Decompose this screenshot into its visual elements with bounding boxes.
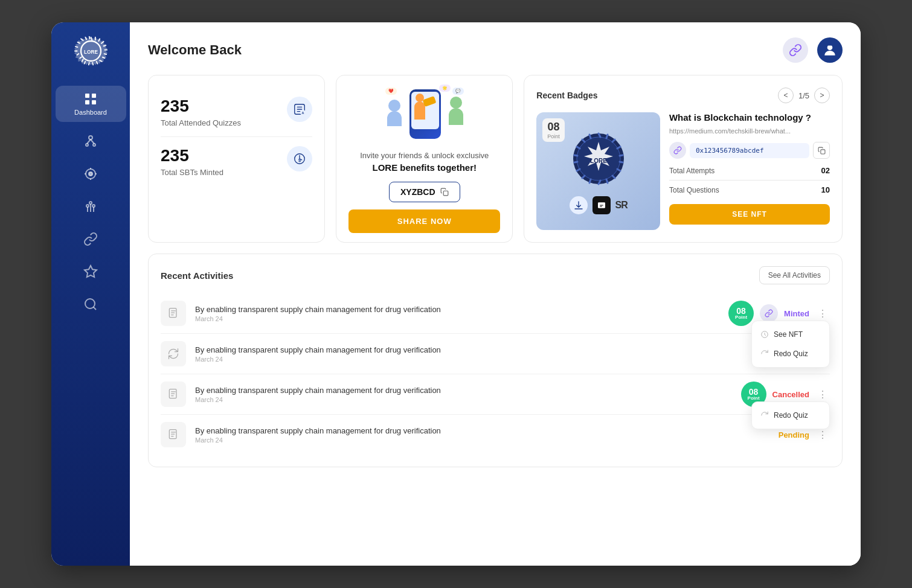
svg-line-8 [87, 139, 91, 144]
sidebar-item-dashboard[interactable]: Dashboard [56, 86, 126, 122]
activity-right-1: 08 Point Minted ⋮ [728, 301, 830, 326]
copy-icon-sm [818, 147, 826, 155]
dropdown-see-nft-1[interactable]: See NFT [752, 325, 829, 344]
activity-row: By enabling transparent supply chain man… [161, 293, 830, 334]
see-nft-button[interactable]: SEE NFT [669, 204, 830, 225]
svg-rect-24 [443, 191, 448, 196]
activity-content-1: By enabling transparent supply chain man… [195, 305, 719, 322]
activity-content-3: By enabling transparent supply chain man… [195, 386, 732, 403]
sbts-stat-block: $ 235 Total SBTs Minted [161, 136, 312, 186]
quiz-icon: A [287, 97, 312, 122]
activity-icon-3 [161, 382, 186, 407]
badge-address-row [669, 142, 830, 159]
redo-icon-3 [760, 411, 769, 420]
black-logo [592, 196, 611, 214]
badge-section-title: Recent Badges [536, 91, 597, 100]
copy-icon [440, 188, 449, 196]
activity-icon-2 [161, 341, 186, 366]
total-questions-label: Total Questions [669, 186, 719, 194]
svg-rect-18 [827, 43, 833, 45]
badge-card-header: Recent Badges < 1/5 > [536, 88, 830, 103]
svg-rect-3 [85, 100, 89, 104]
activity-row: By enabling transparent supply chain man… [161, 415, 830, 455]
badge-stats-area: Total Attempts 02 Total Questions 10 [669, 166, 830, 194]
header: Welcome Back [148, 37, 843, 63]
badge-address-input[interactable] [690, 143, 809, 158]
activity-text-2: By enabling transparent supply chain man… [195, 345, 774, 354]
activity-text-4: By enabling transparent supply chain man… [195, 426, 769, 435]
activity-menu-button-3[interactable]: ⋮ [815, 387, 830, 401]
sidebar-logo: LORE [74, 34, 108, 68]
svg-point-11 [89, 172, 92, 176]
dropdown-redo-quiz-3[interactable]: Redo Quiz [752, 406, 829, 425]
activity-text-1: By enabling transparent supply chain man… [195, 305, 719, 314]
chain-link-button[interactable] [783, 37, 808, 63]
badge-prev-button[interactable]: < [778, 88, 794, 103]
svg-point-7 [93, 144, 95, 146]
document-icon-2 [167, 388, 179, 400]
sidebar-item-leaderboard[interactable] [56, 193, 126, 220]
activity-chain-icon-1 [760, 304, 778, 322]
chain-icon [669, 142, 686, 159]
total-questions-value: 10 [821, 185, 830, 194]
svg-line-16 [94, 307, 96, 310]
svg-point-5 [89, 136, 92, 139]
svg-text:LORE: LORE [590, 158, 607, 164]
sbts-label: Total SBTs Minted [161, 168, 312, 177]
total-attempts-label: Total Attempts [669, 167, 715, 175]
share-button[interactable]: SHARE NOW [348, 209, 500, 233]
activity-menu-button-1[interactable]: ⋮ [815, 306, 830, 321]
dropdown-redo-quiz-1[interactable]: Redo Quiz [752, 344, 829, 363]
activity-icon-4 [161, 422, 186, 447]
svg-text:$: $ [298, 158, 301, 163]
sidebar-item-referrals[interactable] [56, 226, 126, 252]
redo-icon [760, 350, 769, 358]
svg-point-13 [89, 202, 92, 204]
badge-card: Recent Badges < 1/5 > [524, 75, 843, 243]
activity-status-4: Pending [779, 430, 809, 439]
see-nft-icon [760, 330, 769, 339]
badge-next-button[interactable]: > [814, 88, 830, 103]
activities-title: Recent Activities [161, 270, 233, 281]
user-avatar[interactable] [817, 37, 843, 63]
app-container: LORE Dashboard [51, 22, 861, 566]
badge-point-label: 08 Point [542, 118, 565, 142]
sidebar-navigation: Dashboard [51, 86, 130, 318]
invite-code-box[interactable]: XYZBCD [389, 182, 460, 202]
svg-rect-2 [92, 94, 96, 98]
activity-menu-button-4[interactable]: ⋮ [815, 427, 830, 442]
badge-content: 08 Point LORE [536, 112, 830, 230]
total-attempts-value: 02 [821, 166, 830, 175]
badge-url: https://medium.com/techskill-brew/what..… [669, 127, 830, 135]
activity-content-4: By enabling transparent supply chain man… [195, 426, 769, 444]
address-copy-button[interactable] [813, 142, 830, 159]
sidebar-item-badges[interactable] [56, 161, 126, 187]
activity-dropdown-menu-3: Redo Quiz [751, 401, 830, 429]
activity-date-3: March 24 [195, 396, 732, 403]
badge-title: What is Blockchain technology ? [669, 112, 830, 123]
activity-right-3: 08 Point Cancelled ⋮ Redo Quiz [741, 382, 830, 407]
svg-text:A: A [302, 111, 304, 115]
sidebar-item-connections[interactable] [56, 128, 126, 155]
activity-row: By enabling transparent supply chain man… [161, 334, 830, 374]
activity-right-4: Pending ⋮ [779, 427, 830, 442]
svg-point-12 [86, 205, 89, 207]
main-content: Welcome Back [130, 22, 861, 566]
invite-code: XYZBCD [400, 187, 435, 197]
see-all-activities-button[interactable]: See All Activities [759, 266, 830, 284]
document-icon [167, 307, 179, 319]
sidebar-item-search[interactable] [56, 291, 126, 318]
svg-rect-4 [92, 100, 96, 104]
stat-divider [669, 180, 830, 181]
total-questions-row: Total Questions 10 [669, 185, 830, 194]
sr-logo: SR [615, 200, 628, 211]
activity-points-1: 08 Point [728, 301, 754, 326]
svg-point-6 [86, 144, 88, 146]
activity-row: By enabling transparent supply chain man… [161, 374, 830, 415]
svg-point-15 [85, 299, 95, 308]
activity-status-3: Cancelled [772, 390, 809, 399]
quizzes-stat-block: A 235 Total Attended Quizzes [161, 88, 312, 136]
activity-text-3: By enabling transparent supply chain man… [195, 386, 732, 395]
sidebar-item-rankings[interactable] [56, 258, 126, 285]
activity-date-4: March 24 [195, 436, 769, 444]
